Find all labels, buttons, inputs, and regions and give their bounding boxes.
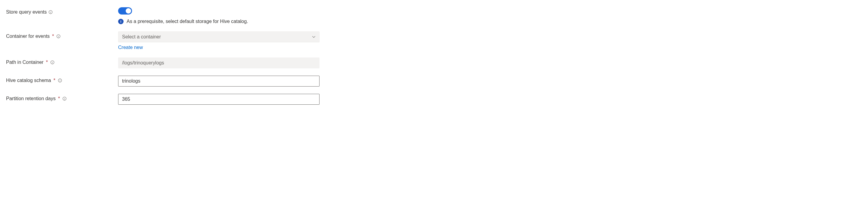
row-path-in-container: Path in Container * — [6, 58, 460, 68]
prerequisite-message: As a prerequisite, select default storag… — [118, 19, 319, 24]
label-container-for-events: Container for events * — [6, 31, 118, 39]
field-container-for-events: Select a container Create new — [118, 31, 319, 50]
field-store-query-events: As a prerequisite, select default storag… — [118, 7, 319, 24]
svg-point-11 — [60, 79, 60, 80]
info-icon[interactable] — [49, 10, 53, 14]
svg-point-2 — [51, 11, 51, 11]
create-new-link[interactable]: Create new — [118, 45, 143, 50]
row-partition-retention-days: Partition retention days * — [6, 94, 460, 105]
row-store-query-events: Store query events As a prerequisite, se… — [6, 7, 460, 24]
required-indicator: * — [54, 78, 55, 83]
container-select[interactable]: Select a container — [118, 31, 319, 42]
label-text: Partition retention days — [6, 96, 56, 101]
row-hive-catalog-schema: Hive catalog schema * — [6, 76, 460, 87]
label-text: Container for events — [6, 34, 50, 39]
info-icon[interactable] — [58, 78, 62, 83]
svg-point-5 — [58, 35, 59, 36]
prerequisite-text: As a prerequisite, select default storag… — [127, 19, 248, 24]
field-path-in-container — [118, 58, 319, 68]
hive-catalog-schema-input[interactable] — [118, 76, 319, 87]
label-partition-retention-days: Partition retention days * — [6, 94, 118, 101]
label-hive-catalog-schema: Hive catalog schema * — [6, 76, 118, 83]
info-icon[interactable] — [62, 97, 67, 101]
required-indicator: * — [52, 34, 54, 39]
row-container-for-events: Container for events * Select a containe… — [6, 31, 460, 50]
field-partition-retention-days — [118, 94, 319, 105]
required-indicator: * — [58, 96, 60, 101]
form-section: Store query events As a prerequisite, se… — [0, 0, 466, 113]
info-filled-icon — [118, 19, 124, 24]
toggle-store-query-events[interactable] — [118, 7, 132, 14]
label-store-query-events: Store query events — [6, 7, 118, 15]
info-icon[interactable] — [56, 34, 61, 38]
label-text: Path in Container — [6, 60, 43, 65]
container-select-display[interactable]: Select a container — [118, 31, 319, 42]
partition-retention-days-input[interactable] — [118, 94, 319, 105]
label-text: Hive catalog schema — [6, 78, 51, 83]
path-in-container-input[interactable] — [118, 58, 319, 68]
label-text: Store query events — [6, 9, 46, 15]
info-icon[interactable] — [50, 60, 55, 64]
field-hive-catalog-schema — [118, 76, 319, 87]
required-indicator: * — [46, 60, 48, 65]
label-path-in-container: Path in Container * — [6, 58, 118, 65]
